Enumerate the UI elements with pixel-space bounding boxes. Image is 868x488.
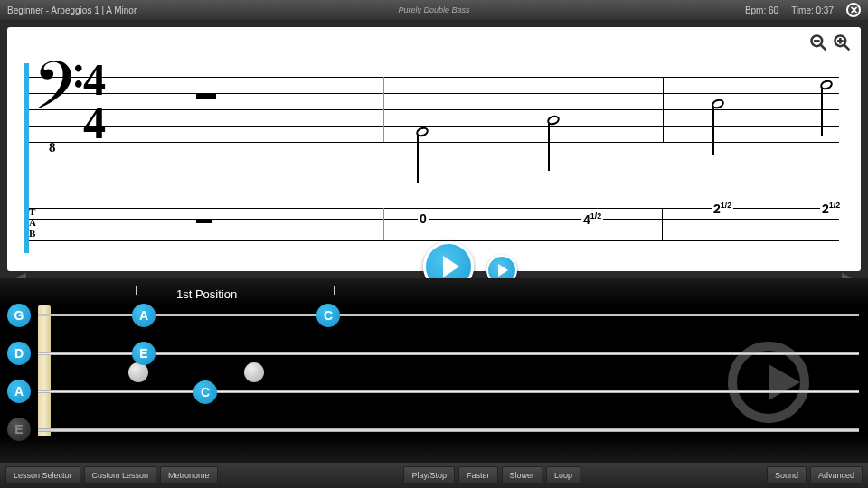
loop-button[interactable]: Loop (546, 466, 580, 484)
fret-marker (128, 362, 148, 382)
play-stop-button[interactable]: Play/Stop (403, 466, 455, 484)
time-label: Time: 0:37 (791, 5, 834, 15)
tab-number: 0 (418, 211, 429, 226)
barline (383, 208, 384, 240)
faster-button[interactable]: Faster (458, 466, 498, 484)
advanced-button[interactable]: Advanced (810, 466, 863, 484)
notation-panel: 𝄢 8 4 4 T A B (7, 27, 861, 271)
note (416, 127, 429, 136)
close-icon: ✕ (850, 5, 858, 16)
tab-number: 21/2 (712, 201, 733, 216)
open-string-e[interactable]: E (7, 418, 31, 441)
lesson-title: Beginner - Arpeggios 1 | A Minor (7, 5, 137, 15)
fret-marker (244, 362, 264, 382)
timesig-bot: 4 (83, 102, 106, 145)
open-string-a[interactable]: A (7, 380, 31, 403)
string-g (38, 314, 859, 316)
clef-octave: 8 (49, 140, 56, 155)
fret-note[interactable]: C (193, 380, 217, 404)
time-signature: 4 4 (83, 59, 106, 145)
note (820, 80, 833, 89)
bass-clef: 𝄢 (33, 54, 85, 136)
tab-rest (196, 219, 212, 223)
zoom-in-button[interactable] (832, 33, 852, 52)
note (547, 116, 560, 125)
fretboard: 1st Position GDAE AECC (0, 278, 868, 464)
tab-letter-a: A (29, 217, 36, 228)
custom-lesson-button[interactable]: Custom Lesson (84, 466, 157, 484)
tab-number: 41/2 (581, 211, 603, 227)
nut (38, 305, 51, 436)
note (712, 99, 724, 108)
close-button[interactable]: ✕ (846, 3, 861, 17)
zoom-out-icon (809, 33, 827, 52)
timesig-top: 4 (83, 59, 106, 102)
barline (383, 77, 384, 142)
svg-marker-8 (769, 364, 800, 400)
barline (662, 208, 663, 240)
fret-note[interactable]: A (132, 304, 156, 327)
tab-number: 21/2 (820, 201, 842, 216)
open-string-g[interactable]: G (7, 304, 31, 327)
position-label: 1st Position (176, 287, 237, 301)
zoom-out-button[interactable] (808, 33, 828, 52)
repeat-icon (723, 337, 814, 431)
fret-note[interactable]: E (132, 342, 156, 365)
tab-letter-t: T (29, 206, 35, 217)
fret-note[interactable]: C (316, 304, 340, 327)
svg-line-1 (821, 45, 826, 51)
metronome-button[interactable]: Metronome (160, 466, 218, 484)
slower-button[interactable]: Slower (502, 466, 543, 484)
brand-label: Purely Double Bass (398, 5, 469, 14)
barline (663, 77, 664, 142)
notation-wrap: 𝄢 8 4 4 T A B (0, 20, 868, 278)
sound-button[interactable]: Sound (767, 466, 807, 484)
open-string-d[interactable]: D (7, 342, 31, 365)
zoom-in-icon (833, 33, 851, 52)
bpm-label: Bpm: 60 (745, 5, 778, 15)
bottom-bar: Lesson Selector Custom Lesson Metronome … (0, 463, 868, 488)
whole-rest (196, 93, 216, 99)
svg-line-4 (844, 45, 850, 51)
lesson-selector-button[interactable]: Lesson Selector (5, 466, 80, 484)
tab-letter-b: B (29, 228, 35, 239)
standard-staff: 𝄢 8 4 4 (29, 77, 839, 142)
top-bar: Beginner - Arpeggios 1 | A Minor Purely … (0, 0, 868, 20)
